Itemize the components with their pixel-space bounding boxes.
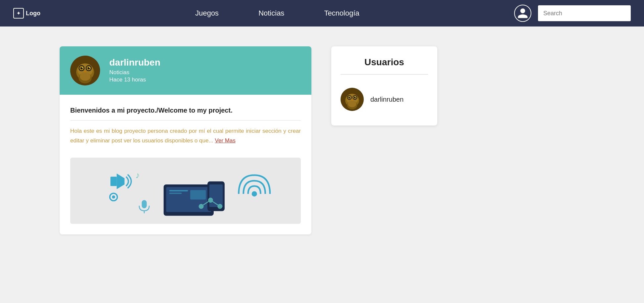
svg-rect-23 xyxy=(169,190,188,191)
nav-link-noticias[interactable]: Noticias xyxy=(258,9,284,18)
svg-point-52 xyxy=(348,101,356,107)
post-excerpt: Hola este es mi blog proyecto persona cr… xyxy=(70,126,301,146)
nav-link-juegos[interactable]: Juegos xyxy=(195,9,219,18)
post-title: Bienvenidos a mi proyecto./Welcome to my… xyxy=(70,107,301,114)
users-title: Usuarios xyxy=(341,57,428,68)
post-image-area: ♪ xyxy=(70,158,301,224)
nav-link-tecnologia[interactable]: Tecnología xyxy=(324,9,359,18)
users-card: Usuarios xyxy=(331,46,437,126)
svg-text:♪: ♪ xyxy=(135,170,140,180)
nav-links: Juegos Noticias Tecnología xyxy=(60,9,494,18)
svg-point-15 xyxy=(80,72,90,80)
logo: ✦ Logo xyxy=(13,8,40,19)
post-author-avatar xyxy=(70,56,100,85)
svg-rect-25 xyxy=(190,190,206,199)
main-wrapper: darlinruben Noticias Hace 13 horas Bienv… xyxy=(0,26,644,248)
navbar: ✦ Logo Juegos Noticias Tecnología xyxy=(0,0,644,26)
post-author-name: darlinruben xyxy=(109,57,160,68)
post-header-info: darlinruben Noticias Hace 13 horas xyxy=(109,57,160,84)
svg-rect-17 xyxy=(110,177,117,186)
post-card: darlinruben Noticias Hace 13 horas Bienv… xyxy=(60,46,311,234)
svg-point-30 xyxy=(199,204,204,209)
logo-icon: ✦ xyxy=(13,8,24,19)
logo-text: Logo xyxy=(26,10,40,17)
search-input[interactable] xyxy=(538,5,625,21)
user-icon[interactable] xyxy=(514,5,531,22)
post-category: Noticias xyxy=(109,69,160,76)
svg-point-46 xyxy=(349,97,350,97)
svg-point-9 xyxy=(82,67,83,68)
post-divider xyxy=(70,120,301,121)
read-more-link[interactable]: Ver Mas xyxy=(215,137,236,144)
sidebar: Usuarios xyxy=(331,46,437,126)
post-body: Bienvenidos a mi proyecto./Welcome to my… xyxy=(60,95,311,158)
search-button[interactable] xyxy=(625,5,631,21)
post-header: darlinruben Noticias Hace 13 horas xyxy=(60,46,311,95)
search-box[interactable] xyxy=(538,5,631,21)
svg-point-32 xyxy=(217,204,222,209)
list-item: darlinruben xyxy=(341,84,428,115)
svg-rect-24 xyxy=(169,192,182,194)
user-name: darlinruben xyxy=(370,96,403,103)
svg-rect-35 xyxy=(142,200,147,208)
post-time: Hace 13 horas xyxy=(109,76,160,83)
svg-point-20 xyxy=(112,195,115,198)
svg-point-10 xyxy=(89,67,90,68)
content-area: darlinruben Noticias Hace 13 horas Bienv… xyxy=(60,46,311,234)
users-divider xyxy=(341,74,428,75)
nav-right xyxy=(514,5,631,22)
avatar xyxy=(341,88,364,111)
svg-point-47 xyxy=(355,97,356,97)
svg-point-28 xyxy=(252,192,256,196)
